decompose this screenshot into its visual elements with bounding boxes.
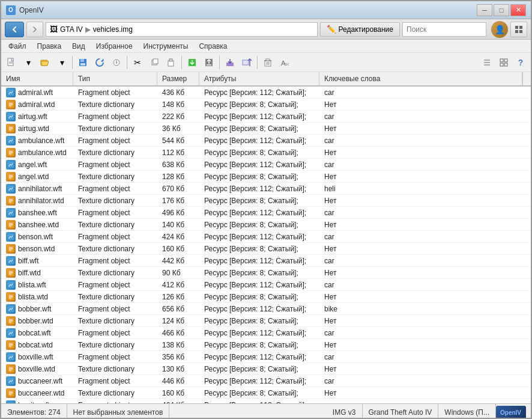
close-button[interactable]: ✕	[510, 4, 526, 16]
view-list-button[interactable]	[479, 55, 495, 70]
table-row[interactable]: angel.wtd Texture dictionary 128 Кб Ресу…	[1, 171, 531, 183]
col-header-keywords[interactable]: Ключевые слова	[319, 72, 522, 85]
file-name: biff.wft	[1, 256, 73, 266]
fragment-obj-icon	[6, 328, 16, 338]
table-row[interactable]: buccaneer.wft Fragment object 446 Кб Рес…	[1, 375, 531, 387]
table-row[interactable]: admiral.wtd Texture dictionary 148 Кб Ре…	[1, 99, 531, 111]
file-type: Texture dictionary	[73, 197, 157, 205]
rename-button[interactable]: Abc	[277, 55, 292, 70]
table-row[interactable]: banshee.wtd Texture dictionary 140 Кб Ре…	[1, 219, 531, 231]
import-button[interactable]	[201, 55, 217, 70]
extract-button[interactable]	[222, 55, 238, 70]
file-attrs: Ресурс [Версия: 112; Сжатый];	[199, 329, 319, 337]
path-separator: ▶	[85, 25, 91, 34]
file-size: 138 Кб	[157, 341, 199, 349]
file-type: Fragment object	[73, 209, 157, 217]
toolbar-sep-2	[127, 56, 127, 69]
table-row[interactable]: annihilator.wft Fragment object 670 Кб Р…	[1, 183, 531, 195]
table-row[interactable]: annihilator.wtd Texture dictionary 176 К…	[1, 195, 531, 207]
table-row[interactable]: buccaneer.wtd Texture dictionary 160 Кб …	[1, 387, 531, 399]
col-header-size[interactable]: Размер	[157, 72, 199, 85]
search-input[interactable]	[402, 22, 486, 37]
file-size: 496 Кб	[157, 209, 199, 217]
file-name: ambulance.wft	[1, 136, 73, 145]
file-keywords: Нет	[319, 221, 531, 229]
table-row[interactable]: benson.wtd Texture dictionary 160 Кб Рес…	[1, 243, 531, 255]
table-row[interactable]: boxville.wft Fragment object 356 Кб Ресу…	[1, 351, 531, 363]
view-grid-button[interactable]	[496, 55, 512, 70]
col-header-attrs[interactable]: Атрибуты	[199, 72, 319, 85]
col-header-name[interactable]: Имя	[1, 72, 73, 85]
svg-text:bc: bc	[285, 61, 289, 67]
menu-edit[interactable]: Правка	[32, 40, 67, 52]
menu-help[interactable]: Справка	[194, 40, 232, 52]
file-attrs: Ресурс [Версия: 8; Сжатый];	[199, 173, 319, 181]
menu-file[interactable]: Файл	[4, 40, 31, 52]
properties-button[interactable]	[109, 55, 124, 70]
maximize-button[interactable]: □	[494, 4, 509, 16]
export-button[interactable]	[184, 55, 200, 70]
file-size: 130 Кб	[157, 365, 199, 373]
paste-button[interactable]	[163, 55, 179, 70]
save-button[interactable]	[75, 55, 91, 70]
file-area: Имя Тип Размер Атрибуты Ключевые слова a…	[1, 72, 531, 403]
menu-view[interactable]: Вид	[67, 40, 90, 52]
replace-button[interactable]	[239, 55, 255, 70]
refresh-button[interactable]	[92, 55, 107, 70]
file-size: 124 Кб	[157, 317, 199, 325]
svg-rect-10	[80, 63, 85, 66]
edit-button[interactable]: ✏️ Редактирование	[320, 22, 400, 37]
file-list-scroll[interactable]: admiral.wft Fragment object 436 Кб Ресур…	[1, 87, 531, 403]
open-button[interactable]	[37, 55, 53, 70]
file-attrs: Ресурс [Версия: 8; Сжатый];	[199, 148, 319, 157]
table-row[interactable]: biff.wft Fragment object 442 Кб Ресурс […	[1, 255, 531, 267]
file-name: angel.wft	[1, 160, 73, 170]
minimize-button[interactable]: ─	[477, 4, 492, 16]
col-header-type[interactable]: Тип	[73, 72, 157, 85]
path-box[interactable]: 🖼 GTA IV ▶ vehicles.img	[46, 22, 318, 37]
fragment-obj-icon	[6, 352, 16, 362]
copy-button[interactable]	[147, 55, 162, 70]
new-dropdown[interactable]: ▾	[20, 55, 36, 70]
menu-tools[interactable]: Инструменты	[139, 40, 193, 52]
table-row[interactable]: bobber.wft Fragment object 656 Кб Ресурс…	[1, 303, 531, 315]
new-button[interactable]	[4, 55, 19, 70]
table-row[interactable]: blista.wtd Texture dictionary 126 Кб Рес…	[1, 291, 531, 303]
status-total: Элементов: 274	[1, 404, 67, 419]
table-row[interactable]: benson.wft Fragment object 424 Кб Ресурс…	[1, 231, 531, 243]
table-row[interactable]: bobcat.wft Fragment object 466 Кб Ресурс…	[1, 327, 531, 339]
cut-button[interactable]: ✂	[130, 55, 145, 70]
file-type: Fragment object	[73, 281, 157, 289]
table-row[interactable]: ambulance.wft Fragment object 544 Кб Рес…	[1, 135, 531, 147]
file-name: admiral.wtd	[1, 100, 73, 109]
file-name-text: benson.wtd	[18, 245, 55, 253]
path-part-2: vehicles.img	[93, 25, 133, 34]
table-row[interactable]: bobber.wtd Texture dictionary 124 Кб Рес…	[1, 315, 531, 327]
delete-button[interactable]	[260, 55, 276, 70]
table-row[interactable]: airtug.wtd Texture dictionary 36 Кб Ресу…	[1, 123, 531, 135]
file-attrs: Ресурс [Версия: 112; Сжатый];	[199, 88, 319, 97]
menu-favorites[interactable]: Избранное	[91, 40, 138, 52]
file-name-text: bobcat.wtd	[18, 341, 53, 349]
back-button[interactable]	[5, 22, 24, 37]
table-row[interactable]: bobcat.wtd Texture dictionary 138 Кб Рес…	[1, 339, 531, 351]
table-row[interactable]: blista.wft Fragment object 412 Кб Ресурс…	[1, 279, 531, 291]
texture-dict-icon	[6, 388, 16, 398]
help-button[interactable]: ?	[513, 55, 528, 70]
table-row[interactable]: airtug.wft Fragment object 222 Кб Ресурс…	[1, 111, 531, 123]
table-row[interactable]: banshee.wft Fragment object 496 Кб Ресур…	[1, 207, 531, 219]
table-row[interactable]: angel.wft Fragment object 638 Кб Ресурс …	[1, 159, 531, 171]
view-toggle-button[interactable]	[510, 22, 527, 37]
table-row[interactable]: biff.wtd Texture dictionary 90 Кб Ресурс…	[1, 267, 531, 279]
file-keywords: Нет	[319, 269, 531, 277]
table-row[interactable]: burrito.wft Fragment object 464 Кб Ресур…	[1, 399, 531, 403]
forward-button[interactable]	[26, 22, 43, 37]
texture-dict-icon	[6, 172, 16, 182]
table-row[interactable]: ambulance.wtd Texture dictionary 112 Кб …	[1, 147, 531, 159]
fragment-obj-icon	[6, 136, 16, 145]
table-row[interactable]: boxville.wtd Texture dictionary 130 Кб Р…	[1, 363, 531, 375]
table-row[interactable]: admiral.wft Fragment object 436 Кб Ресур…	[1, 87, 531, 99]
open-dropdown[interactable]: ▾	[54, 55, 70, 70]
file-list: admiral.wft Fragment object 436 Кб Ресур…	[1, 87, 531, 403]
file-name: blista.wtd	[1, 292, 73, 302]
